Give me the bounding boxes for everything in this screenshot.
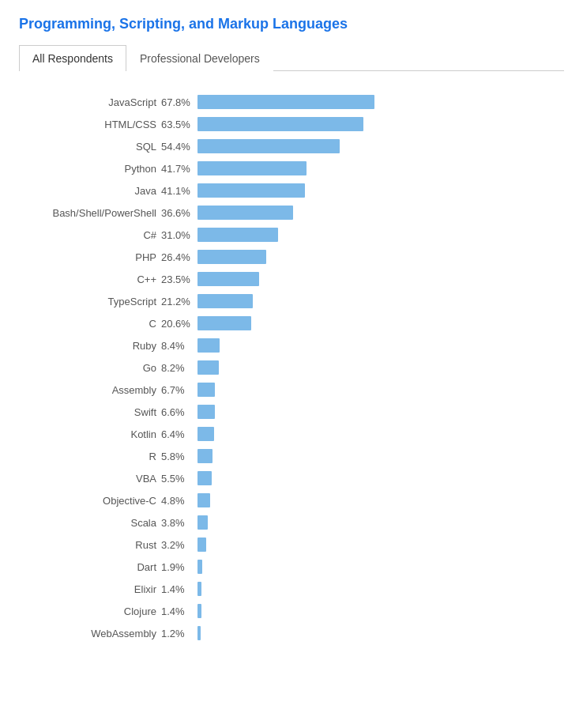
bar-label: Ruby [19,340,161,352]
bar-wrap [197,360,564,375]
bar-wrap [197,316,564,330]
bar-label: Objective-C [19,495,161,507]
bar-label: Elixir [19,583,161,595]
bar-value: 4.8% [161,495,197,507]
chart-row: C#31.0% [19,226,564,243]
page-title: Programming, Scripting, and Markup Langu… [19,16,564,32]
bar-wrap [197,95,564,109]
chart-row: C++23.5% [19,270,564,288]
bar [197,95,374,109]
bar [197,604,201,618]
bar-label: C [19,318,161,330]
bar-wrap [197,272,564,286]
bar [197,338,220,353]
bar-wrap [197,338,564,353]
bar-value: 5.5% [161,473,197,485]
bar-value: 31.0% [161,229,197,241]
tab-all-respondents[interactable]: All Respondents [19,45,126,71]
tab-professional-developers[interactable]: Professional Developers [126,45,273,71]
bar-value: 54.4% [161,141,197,153]
bar [197,560,202,574]
chart-row: Objective-C4.8% [19,492,564,509]
bar-wrap [197,471,564,485]
bar [197,626,201,640]
bar-label: Go [19,362,161,374]
bar-label: Java [19,185,161,197]
bar [197,228,278,242]
chart-row: VBA5.5% [19,470,564,487]
bar-label: Assembly [19,384,161,396]
bar-wrap [197,294,564,308]
chart-row: Python41.7% [19,160,564,177]
bar [197,183,305,198]
bar-wrap [197,427,564,441]
chart-row: R5.8% [19,447,564,465]
bar [197,272,259,286]
bar-label: C++ [19,273,161,285]
bar-value: 6.6% [161,406,197,418]
chart-container: JavaScript67.8%HTML/CSS63.5%SQL54.4%Pyth… [19,87,564,653]
bar-wrap [197,383,564,397]
bar-label: WebAssembly [19,628,161,639]
bar-value: 3.2% [161,539,197,551]
bar-wrap [197,538,564,552]
bar-label: Clojure [19,605,161,617]
bar-value: 6.7% [161,384,197,396]
bar-value: 67.8% [161,96,197,108]
bar [197,316,251,330]
bar [197,206,293,220]
bar-label: R [19,451,161,462]
bar-value: 36.6% [161,207,197,219]
bar-value: 1.9% [161,561,197,573]
bar-wrap [197,604,564,618]
bar-label: VBA [19,473,161,485]
chart-row: Rust3.2% [19,536,564,553]
bar [197,117,363,131]
bar [197,449,213,463]
bar [197,360,219,375]
bar-value: 1.4% [161,583,197,595]
chart-row: WebAssembly1.2% [19,624,564,642]
bar-wrap [197,250,564,264]
bar [197,427,214,441]
bar [197,250,266,264]
bar-label: Scala [19,517,161,529]
chart-row: Clojure1.4% [19,602,564,620]
bar-value: 41.7% [161,163,197,175]
bar-label: JavaScript [19,96,161,108]
bar-wrap [197,449,564,463]
bar-value: 1.2% [161,628,197,639]
chart-row: Scala3.8% [19,514,564,531]
bar-value: 20.6% [161,318,197,330]
bar [197,294,253,308]
bar-label: Kotlin [19,428,161,440]
bar-value: 5.8% [161,451,197,462]
bar [197,405,215,419]
tabs-container: All Respondents Professional Developers [19,45,564,71]
bar-label: PHP [19,251,161,263]
bar-label: SQL [19,141,161,153]
bar-wrap [197,515,564,530]
bar-wrap [197,560,564,574]
bar-wrap [197,183,564,198]
bar-label: Swift [19,406,161,418]
bar-label: HTML/CSS [19,119,161,130]
bar-wrap [197,139,564,153]
bar-label: C# [19,229,161,241]
bar-wrap [197,117,564,131]
bar-wrap [197,493,564,507]
chart-row: Go8.2% [19,359,564,376]
bar [197,139,340,153]
bar-value: 63.5% [161,119,197,130]
chart-row: PHP26.4% [19,248,564,266]
bar-label: Rust [19,539,161,551]
bar [197,582,201,596]
bar-value: 21.2% [161,296,197,307]
bar-value: 23.5% [161,273,197,285]
chart-row: Bash/Shell/PowerShell36.6% [19,204,564,221]
chart-row: Dart1.9% [19,558,564,575]
chart-row: C20.6% [19,315,564,332]
bar-label: Python [19,163,161,175]
chart-row: Assembly6.7% [19,381,564,398]
bar-value: 6.4% [161,428,197,440]
